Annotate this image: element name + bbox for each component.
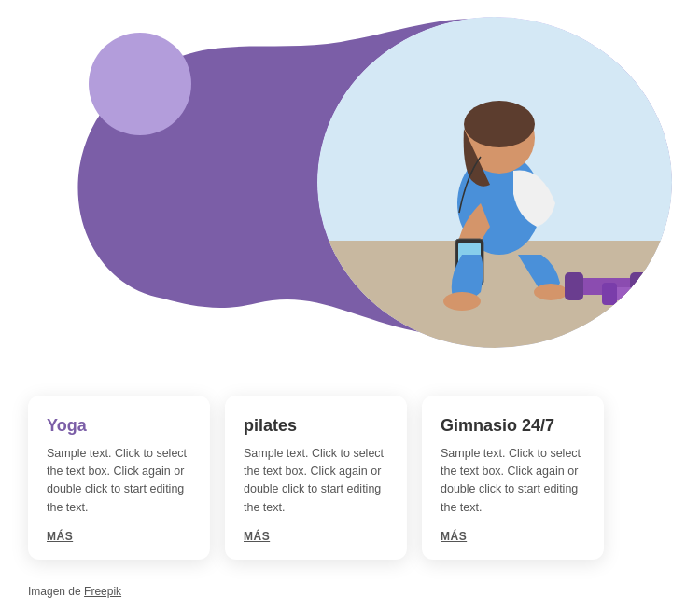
cards-container: Yoga Sample text. Click to select the te… <box>28 396 604 561</box>
gimnasio-link[interactable]: MÁS <box>441 530 585 543</box>
gimnasio-title: Gimnasio 24/7 <box>441 416 585 436</box>
svg-point-7 <box>443 292 481 311</box>
footer-credit: Imagen de Freepik <box>28 585 121 598</box>
pilates-title: pilates <box>244 416 388 436</box>
yoga-text: Sample text. Click to select the text bo… <box>47 445 191 518</box>
pilates-card: pilates Sample text. Click to select the… <box>225 396 407 561</box>
svg-point-4 <box>464 101 535 147</box>
circle-accent <box>89 33 191 135</box>
freepik-link[interactable]: Freepik <box>84 585 121 598</box>
hero-section <box>0 0 700 364</box>
footer-text: Imagen de <box>28 585 81 598</box>
svg-rect-10 <box>565 272 583 300</box>
yoga-title: Yoga <box>47 416 191 436</box>
gimnasio-card: Gimnasio 24/7 Sample text. Click to sele… <box>422 396 604 561</box>
yoga-card: Yoga Sample text. Click to select the te… <box>28 396 210 561</box>
svg-rect-13 <box>602 283 617 305</box>
svg-point-8 <box>534 284 567 300</box>
pilates-text: Sample text. Click to select the text bo… <box>244 445 388 518</box>
hero-photo <box>317 17 672 348</box>
gimnasio-text: Sample text. Click to select the text bo… <box>441 445 585 518</box>
yoga-link[interactable]: MÁS <box>47 530 191 543</box>
svg-rect-14 <box>661 283 672 305</box>
pilates-link[interactable]: MÁS <box>244 530 388 543</box>
